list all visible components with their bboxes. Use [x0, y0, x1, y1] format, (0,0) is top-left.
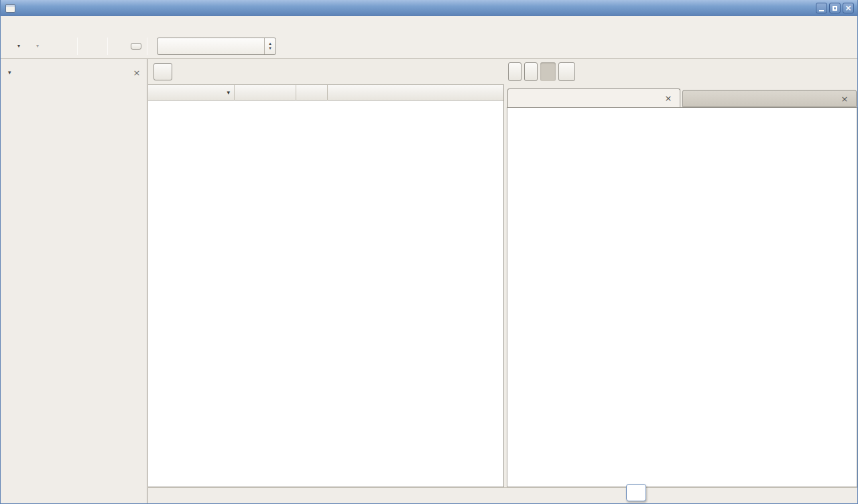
- content: ▾ ×: [1, 59, 857, 503]
- places-sidebar: ▾ ×: [1, 59, 147, 503]
- pathbar-root-button[interactable]: [508, 62, 522, 81]
- chevron-down-icon[interactable]: ▾: [8, 69, 11, 76]
- menubar: [1, 16, 857, 34]
- tab-close-icon[interactable]: ×: [839, 93, 850, 104]
- computer-button[interactable]: [93, 44, 102, 49]
- maximize-icon: [833, 6, 837, 11]
- sort-indicator-icon: ▾: [227, 89, 230, 96]
- up-button[interactable]: [44, 44, 53, 49]
- view-mode-select[interactable]: ▴▾: [157, 38, 276, 55]
- sidebar-header: ▾ ×: [6, 64, 143, 80]
- maximize-button[interactable]: [829, 3, 841, 13]
- icon-view: [507, 107, 857, 487]
- close-icon: ×: [845, 4, 851, 12]
- column-header-size[interactable]: [235, 85, 296, 101]
- back-button[interactable]: ▾: [6, 40, 25, 52]
- back-dropdown-icon[interactable]: ▾: [17, 43, 20, 49]
- search-button[interactable]: [286, 44, 295, 49]
- tree-header: ▾: [148, 85, 503, 101]
- toolbar-separator: [77, 38, 78, 55]
- spinner-arrows-icon[interactable]: ▴▾: [264, 38, 275, 54]
- home-button[interactable]: [83, 44, 93, 49]
- panes: ▾ ×: [148, 84, 857, 487]
- window-icon: [5, 4, 15, 13]
- minimize-icon: [819, 10, 824, 11]
- tab-close-icon[interactable]: ×: [663, 93, 674, 104]
- reload-button[interactable]: [62, 44, 72, 49]
- tab-ash[interactable]: ×: [507, 88, 680, 107]
- column-header-name[interactable]: ▾: [148, 85, 235, 101]
- zoom-in-button[interactable]: [131, 43, 141, 50]
- sidebar-close-button[interactable]: ×: [131, 66, 143, 78]
- pane-location-button[interactable]: [154, 63, 172, 80]
- titlebar[interactable]: ×: [1, 0, 857, 16]
- stop-button[interactable]: [53, 44, 62, 49]
- statusbar: [148, 487, 857, 503]
- toolbar-separator: [147, 38, 147, 55]
- column-header-type[interactable]: [296, 85, 328, 101]
- close-button[interactable]: ×: [843, 3, 854, 13]
- toolbar-separator: [107, 38, 108, 55]
- minimize-button[interactable]: [816, 3, 827, 13]
- pathbar-crumb-home[interactable]: [524, 62, 538, 81]
- tab-desktop[interactable]: ×: [682, 90, 857, 107]
- toolbar: ▾ ▾ ▴▾: [1, 34, 857, 59]
- column-header-date[interactable]: [328, 85, 503, 101]
- pathbar: [508, 62, 575, 81]
- tree-body: [148, 101, 503, 487]
- pathbar-crumb-ash[interactable]: [540, 62, 556, 81]
- taskbar-tooltip: [626, 484, 646, 501]
- tab-pane: × ×: [507, 84, 857, 487]
- pathbar-crumb-desktop[interactable]: [558, 62, 575, 81]
- tab-strip: × ×: [507, 84, 857, 107]
- forward-dropdown-icon: ▾: [36, 43, 39, 49]
- main-area: ▾ ×: [148, 59, 857, 503]
- zoom-out-button[interactable]: [113, 44, 123, 49]
- forward-button[interactable]: ▾: [25, 40, 44, 52]
- tree-pane: ▾: [148, 84, 504, 487]
- file-browser-window: × ▾ ▾ ▴▾: [0, 0, 858, 504]
